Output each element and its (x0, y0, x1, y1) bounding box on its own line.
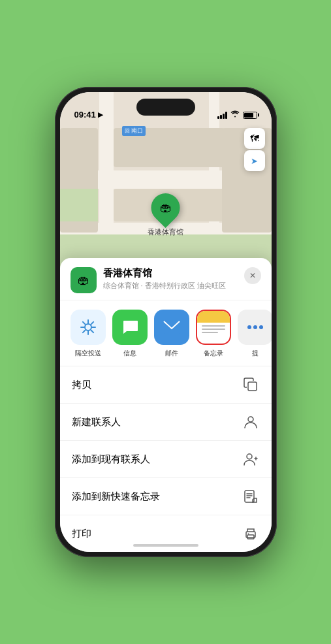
menu-item-new-contact[interactable]: 新建联系人 (60, 404, 272, 441)
person-icon (242, 413, 260, 431)
pin-marker: 🏟 (145, 187, 185, 228)
wifi-icon (230, 110, 240, 120)
location-arrow: ▶ (98, 111, 103, 118)
menu-item-add-existing[interactable]: 添加到现有联系人 (60, 441, 272, 478)
venue-info: 香港体育馆 综合体育馆 · 香港特别行政区 油尖旺区 (103, 267, 244, 291)
person-add-icon (242, 450, 260, 468)
signal-bars (217, 112, 227, 119)
home-indicator (133, 544, 198, 547)
dynamic-island (136, 99, 195, 116)
status-icons (217, 110, 257, 120)
more-label: 提 (252, 349, 259, 358)
phone-frame: 09:41 ▶ (55, 87, 277, 557)
map-label-nankou: 南口 (122, 126, 146, 136)
airdrop-label: 隔空投送 (75, 349, 101, 358)
status-time: 09:41 ▶ (74, 110, 103, 120)
venue-icon: 🏟 (71, 267, 97, 293)
share-item-notes[interactable]: 备忘录 (196, 310, 231, 358)
menu-list: 拷贝 新建联系人 (60, 366, 272, 552)
venue-subtitle: 综合体育馆 · 香港特别行政区 油尖旺区 (103, 281, 244, 291)
map-type-button[interactable]: 🗺 (244, 128, 265, 149)
share-item-more[interactable]: 提 (238, 310, 272, 358)
bottom-sheet: 🏟 香港体育馆 综合体育馆 · 香港特别行政区 油尖旺区 ✕ (60, 258, 272, 552)
close-button[interactable]: ✕ (244, 267, 261, 284)
venue-name: 香港体育馆 (103, 267, 244, 280)
notes-icon (196, 310, 231, 345)
time-display: 09:41 (74, 110, 96, 120)
svg-point-0 (85, 324, 91, 330)
battery-icon (243, 112, 257, 119)
note-icon (242, 487, 260, 506)
pin-label: 香港体育馆 (148, 227, 183, 237)
map-green-area (60, 189, 98, 221)
map-controls: 🗺 ➤ (244, 128, 265, 171)
message-icon (112, 310, 148, 345)
menu-item-copy[interactable]: 拷贝 (60, 366, 272, 404)
pin-icon: 🏟 (160, 201, 172, 215)
svg-point-3 (248, 417, 253, 422)
print-label: 打印 (72, 528, 91, 540)
copy-label: 拷贝 (72, 379, 91, 391)
phone-screen: 09:41 ▶ (60, 92, 272, 552)
svg-rect-2 (248, 382, 257, 391)
add-notes-label: 添加到新快速备忘录 (72, 491, 160, 503)
message-label: 信息 (123, 349, 136, 358)
svg-rect-7 (247, 535, 254, 539)
more-icon (238, 310, 272, 345)
airdrop-icon (71, 310, 106, 345)
add-existing-label: 添加到现有联系人 (72, 453, 150, 466)
location-button[interactable]: ➤ (244, 150, 265, 171)
map-pin[interactable]: 🏟 香港体育馆 (148, 193, 183, 237)
share-item-airdrop[interactable]: 隔空投送 (71, 310, 106, 358)
share-item-mail[interactable]: 邮件 (154, 310, 189, 358)
share-item-message[interactable]: 信息 (112, 310, 148, 358)
mail-icon (154, 310, 189, 345)
svg-point-8 (247, 534, 249, 535)
menu-item-add-notes[interactable]: 添加到新快速备忘录 (60, 478, 272, 515)
notes-label: 备忘录 (204, 349, 223, 358)
share-row: 隔空投送 信息 (60, 300, 272, 366)
mail-label: 邮件 (165, 349, 178, 358)
new-contact-label: 新建联系人 (72, 416, 121, 428)
venue-header: 🏟 香港体育馆 综合体育馆 · 香港特别行政区 油尖旺区 ✕ (60, 258, 272, 300)
print-icon (242, 524, 260, 543)
svg-point-4 (247, 454, 252, 459)
copy-icon (242, 376, 260, 394)
